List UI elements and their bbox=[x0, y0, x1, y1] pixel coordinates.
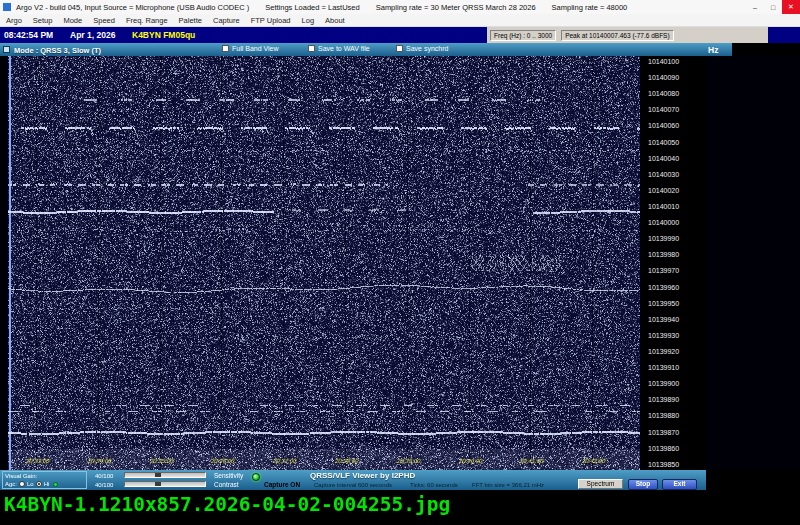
sensitivity-label: Sensitivity bbox=[214, 472, 243, 479]
freq-label: 10139980 bbox=[642, 251, 706, 258]
hz-unit-label: Hz bbox=[708, 45, 718, 55]
freq-scale: 1014010010140090101400801014007010140060… bbox=[642, 56, 706, 470]
menu-item-log[interactable]: Log bbox=[302, 16, 315, 25]
freq-range-field: Freq (Hz) : 0 .. 3000 bbox=[490, 30, 556, 41]
freq-label: 10140050 bbox=[642, 139, 706, 146]
window-title: Argo V2 - build 045, Input Source = Micr… bbox=[16, 3, 249, 12]
mode-bar: Mode : QRSS 3, Slow (T) Full Band View S… bbox=[0, 43, 732, 56]
stop-button[interactable]: Stop bbox=[628, 479, 658, 490]
mode-label: Mode : QRSS 3, Slow (T) bbox=[14, 46, 101, 55]
agc-lo-radio[interactable] bbox=[19, 481, 25, 487]
visual-gain-panel: Visual Gain: Agc: Lo Hi bbox=[2, 471, 87, 489]
freq-label: 10140100 bbox=[642, 58, 706, 65]
freq-label: 10139990 bbox=[642, 235, 706, 242]
title-bar: Argo V2 - build 045, Input Source = Micr… bbox=[0, 0, 800, 14]
agc-hi-radio[interactable] bbox=[36, 481, 42, 487]
checkbox-label: Full Band View bbox=[232, 45, 279, 52]
time-tick-label: 20:40:00 bbox=[458, 458, 482, 464]
exit-button[interactable]: Exit bbox=[662, 479, 697, 490]
freq-label: 10139960 bbox=[642, 284, 706, 291]
freq-label: 10139950 bbox=[642, 300, 706, 307]
time-tick-label: 20:36:00 bbox=[211, 458, 235, 464]
time-tick-label: 20:34:00 bbox=[87, 458, 111, 464]
control-bar: Visual Gain: Agc: Lo Hi 40/100 Sensitivi… bbox=[0, 470, 706, 490]
capture-interval-label: Capture interval 600 seconds bbox=[314, 482, 392, 488]
freq-label: 10139850 bbox=[642, 461, 706, 468]
agc-led-icon bbox=[53, 482, 58, 487]
maximize-icon[interactable]: □ bbox=[764, 0, 782, 14]
checkbox-label: Save to WAV file bbox=[318, 45, 370, 52]
freq-label: 10140030 bbox=[642, 171, 706, 178]
menu-item-palette[interactable]: Palette bbox=[179, 16, 202, 25]
menu-item-about[interactable]: About bbox=[325, 16, 345, 25]
checkbox-icon bbox=[222, 45, 229, 52]
freq-label: 10139890 bbox=[642, 396, 706, 403]
freq-label: 10140000 bbox=[642, 219, 706, 226]
freq-label: 10140070 bbox=[642, 106, 706, 113]
freq-label: 10139930 bbox=[642, 332, 706, 339]
capture-led-icon bbox=[252, 473, 260, 481]
info-bar: 08:42:54 PM Apr 1, 2026 K4BYN FM05qu Fre… bbox=[0, 27, 800, 43]
app-icon bbox=[3, 3, 11, 11]
title-segment-band: Sampling rate = 30 Meter QRSS March 28 2… bbox=[376, 3, 536, 12]
checkbox-label: Save synchrd bbox=[406, 45, 448, 52]
waterfall-display bbox=[8, 56, 640, 470]
sensitivity-slider[interactable] bbox=[124, 472, 206, 478]
contrast-label: Contrast bbox=[214, 481, 239, 488]
freq-label: 10140090 bbox=[642, 74, 706, 81]
callsign-label: K4BYN FM05qu bbox=[132, 30, 195, 40]
peak-field: Peak at 10140007.463 (-77.6 dBFS) bbox=[561, 30, 673, 41]
menu-item-capture[interactable]: Capture bbox=[213, 16, 240, 25]
sensitivity-slider-thumb[interactable] bbox=[155, 473, 161, 477]
agc-row: Agc: Lo Hi bbox=[5, 481, 84, 489]
menu-item-freq-range[interactable]: Freq. Range bbox=[126, 16, 168, 25]
freq-label: 10140010 bbox=[642, 203, 706, 210]
menu-item-argo[interactable]: Argo bbox=[6, 16, 22, 25]
close-icon[interactable]: ✕ bbox=[782, 0, 800, 14]
time-tick-label: 20:41:00 bbox=[520, 458, 544, 464]
menu-item-setup[interactable]: Setup bbox=[33, 16, 53, 25]
freq-label: 10139880 bbox=[642, 412, 706, 419]
spectrum-button[interactable]: Spectrum bbox=[578, 479, 623, 489]
fft-bin-label: FFT bin size = 366.21 mHz bbox=[472, 482, 544, 488]
info-panel: Freq (Hz) : 0 .. 3000 Peak at 10140007.4… bbox=[487, 27, 768, 43]
freq-label: 10139940 bbox=[642, 316, 706, 323]
checkbox-icon bbox=[308, 45, 315, 52]
menu-item-ftp-upload[interactable]: FTP Upload bbox=[251, 16, 291, 25]
waterfall-area: 20:33:0020:34:0020:35:0020:36:0020:37:00… bbox=[0, 56, 800, 470]
contrast-value: 40/100 bbox=[95, 482, 113, 488]
save-synchrd-checkbox[interactable]: Save synchrd bbox=[396, 45, 448, 52]
caption-area: K4BYN-1.1210x857.2026-04-02-004255.jpg bbox=[0, 490, 800, 525]
image-caption: K4BYN-1.1210x857.2026-04-02-004255.jpg bbox=[4, 493, 450, 516]
freq-label: 10139870 bbox=[642, 429, 706, 436]
contrast-slider[interactable] bbox=[124, 481, 206, 487]
screenshot-stage: Argo V2 - build 045, Input Source = Micr… bbox=[0, 0, 800, 525]
agc-lo-label: Lo bbox=[27, 481, 34, 489]
time-tick-label: 20:42:00 bbox=[582, 458, 606, 464]
freq-label: 10139970 bbox=[642, 267, 706, 274]
mode-icon bbox=[3, 46, 10, 53]
freq-label: 10140020 bbox=[642, 187, 706, 194]
agc-label: Agc: bbox=[5, 481, 17, 489]
capture-on-label: Capture ON bbox=[264, 481, 300, 488]
visual-gain-label: Visual Gain: bbox=[5, 473, 84, 481]
menu-item-speed[interactable]: Speed bbox=[93, 16, 115, 25]
freq-label: 10139860 bbox=[642, 445, 706, 452]
ticks-label: Ticks: 60 seconds bbox=[410, 482, 458, 488]
freq-label: 10140080 bbox=[642, 90, 706, 97]
checkbox-icon bbox=[396, 45, 403, 52]
menu-bar: ArgoSetupModeSpeedFreq. RangePaletteCapt… bbox=[0, 14, 800, 27]
full-band-view-checkbox[interactable]: Full Band View bbox=[222, 45, 279, 52]
freq-label: 10140040 bbox=[642, 155, 706, 162]
menu-item-mode[interactable]: Mode bbox=[63, 16, 82, 25]
title-segment-samplerate: Sampling rate = 48000 bbox=[552, 3, 628, 12]
time-tick-label: 20:38:00 bbox=[335, 458, 359, 464]
window-controls: – □ ✕ bbox=[746, 0, 800, 14]
contrast-slider-thumb[interactable] bbox=[155, 482, 161, 486]
minimize-icon[interactable]: – bbox=[746, 0, 764, 14]
time-tick-label: 20:33:00 bbox=[26, 458, 50, 464]
save-wav-checkbox[interactable]: Save to WAV file bbox=[308, 45, 370, 52]
freq-label: 10140060 bbox=[642, 122, 706, 129]
agc-hi-label: Hi bbox=[44, 481, 50, 489]
clock-date: Apr 1, 2026 bbox=[70, 30, 115, 40]
